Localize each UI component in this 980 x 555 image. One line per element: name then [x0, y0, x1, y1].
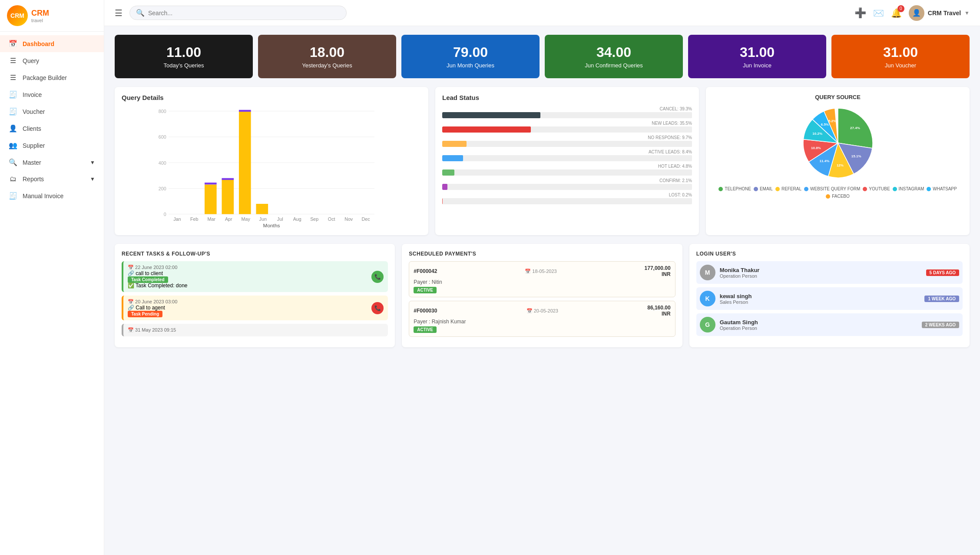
svg-rect-21 — [256, 204, 268, 214]
logo: CRM CRM travel — [0, 0, 104, 32]
time-badge: 5 DAYS AGO — [926, 269, 959, 276]
charts-row: Query Details 0200400600800JanFebMarAprM… — [115, 87, 970, 235]
task-item: 📅 20 June 2023 03:00 🔗 Call to agent Tas… — [122, 296, 388, 320]
lead-bar-fill — [442, 141, 467, 147]
user-info[interactable]: 👤 CRM Travel ▼ — [909, 5, 970, 21]
task-date: 📅 31 May 2023 09:15 — [128, 327, 176, 333]
svg-text:Months: Months — [263, 223, 280, 228]
payment-amount: 177,000.00INR — [645, 265, 671, 277]
sidebar-label-master: Master — [23, 159, 41, 166]
lead-bar-label: NO RESPONSE: 9.7% — [442, 135, 692, 140]
active-badge: ACTIVE — [414, 287, 437, 293]
login-user-item: K kewal singh Sales Person 1 WEEK AGO — [696, 287, 963, 310]
bar-chart: 0200400600800JanFebMarAprMayJunJulAugSep… — [122, 106, 421, 228]
svg-text:10.8%: 10.8% — [811, 146, 821, 150]
stat-label-1: Yesterday's Queries — [302, 62, 352, 69]
clients-icon: 👤 — [9, 124, 17, 133]
legend-label: YOUTUBE — [869, 186, 890, 191]
sidebar-item-master[interactable]: 🔍 Master ▼ — [0, 154, 104, 171]
task-row: 📅 22 June 2023 02:00 🔗 call to client Ta… — [128, 265, 384, 289]
phone-icon[interactable]: 📞 — [371, 302, 384, 314]
mail-icon[interactable]: ✉️ — [873, 8, 884, 18]
legend-item: WHATSAPP — [927, 186, 957, 191]
legend-dot — [804, 187, 808, 191]
lead-bar-label: NEW LEADS: 35.5% — [442, 121, 692, 126]
logo-icon: CRM — [7, 5, 28, 26]
payment-date-icon: 📅 18-05-2023 — [525, 269, 556, 274]
legend-label: INSTAGRAM — [899, 186, 924, 191]
login-user-name: Monika Thakur — [720, 267, 922, 273]
time-badge: 2 WEEKS AGO — [922, 322, 959, 328]
svg-text:Nov: Nov — [344, 216, 353, 222]
lead-bar-item: NO RESPONSE: 9.7% — [442, 135, 692, 147]
lead-bar-track — [442, 184, 692, 190]
sidebar-item-clients[interactable]: 👤 Clients — [0, 120, 104, 137]
legend-dot — [863, 187, 867, 191]
lead-bar-item: NEW LEADS: 35.5% — [442, 121, 692, 133]
svg-text:Dec: Dec — [362, 216, 371, 222]
legend-dot — [775, 187, 780, 191]
payment-payer: Payer : Rajnish Kumar — [414, 319, 670, 325]
task-action: 🔗 Call to agent — [128, 305, 177, 311]
lead-bar-item: HOT LEAD: 4.8% — [442, 164, 692, 176]
pie-chart-svg: 27.4%15.1%12%11.4%10.8%10.2%6.5%5.2% — [799, 104, 877, 182]
payment-payer: Payer : Nitin — [414, 279, 670, 285]
task-item: 📅 31 May 2023 09:15 — [122, 324, 388, 336]
stat-label-4: Jun Invoice — [743, 62, 771, 69]
sidebar-label-clients: Clients — [23, 125, 41, 132]
search-bar[interactable]: 🔍 — [129, 6, 347, 20]
svg-text:15.1%: 15.1% — [851, 154, 861, 158]
task-detail: ✅ Task Completed: done — [128, 282, 188, 289]
phone-icon[interactable]: 📞 — [371, 271, 384, 283]
sidebar-item-package-builder[interactable]: ☰ Package Builder — [0, 69, 104, 86]
sidebar-item-reports[interactable]: 🗂 Reports ▼ — [0, 171, 104, 187]
lead-bar-fill — [442, 184, 447, 190]
logo-text: CRM travel — [31, 9, 49, 23]
legend-label: WEBSITE QUERY FORM — [810, 186, 860, 191]
stat-value-1: 18.00 — [310, 44, 344, 60]
sidebar-item-supplier[interactable]: 👥 Supplier — [0, 137, 104, 154]
sidebar-label-reports: Reports — [23, 176, 44, 183]
sidebar-label-manual-invoice: Manual Invoice — [23, 193, 63, 199]
query-source-title: QUERY SOURCE — [713, 94, 963, 100]
sidebar-item-dashboard[interactable]: 📅 Dashboard — [0, 35, 104, 52]
svg-text:6.5%: 6.5% — [821, 123, 828, 126]
lead-bar-item: CONFIRM: 2.1% — [442, 178, 692, 190]
search-input[interactable] — [148, 10, 340, 17]
sidebar-item-manual-invoice[interactable]: 🧾 Manual Invoice — [0, 187, 104, 204]
stat-card-0: 11.00 Today's Queries — [115, 35, 253, 78]
sidebar-item-invoice[interactable]: 🧾 Invoice — [0, 86, 104, 103]
payments-list: #F000042 📅 18-05-2023 177,000.00INR Paye… — [409, 261, 675, 337]
stat-card-2: 79.00 Jun Month Queries — [401, 35, 540, 78]
legend-item: YOUTUBE — [863, 186, 890, 191]
legend-label: TELEPHONE — [725, 186, 751, 191]
sidebar-item-voucher[interactable]: 🧾 Voucher — [0, 103, 104, 120]
svg-text:Apr: Apr — [225, 216, 232, 222]
hamburger-icon[interactable]: ☰ — [115, 8, 122, 18]
tasks-title: RECENT TASKS & FOLLOW-UP'S — [122, 251, 388, 257]
legend-dot — [927, 187, 931, 191]
query-details-card: Query Details 0200400600800JanFebMarAprM… — [115, 87, 428, 235]
legend-item: REFERAL — [775, 186, 801, 191]
task-action: 🔗 call to client — [128, 270, 188, 276]
svg-text:Jul: Jul — [277, 216, 283, 222]
svg-text:11.4%: 11.4% — [819, 159, 829, 163]
stat-value-5: 31.00 — [883, 44, 918, 60]
login-user-role: Sales Person — [720, 299, 920, 305]
svg-text:0: 0 — [164, 212, 166, 217]
svg-text:10.2%: 10.2% — [812, 132, 822, 136]
header: ☰ 🔍 ➕ ✉️ 🔔 0 👤 CRM Travel ▼ — [104, 0, 980, 26]
stat-label-2: Jun Month Queries — [447, 62, 494, 69]
task-row: 📅 20 June 2023 03:00 🔗 Call to agent Tas… — [128, 299, 384, 317]
login-user-role: Operation Person — [720, 273, 922, 279]
lead-status-title: Lead Status — [442, 94, 692, 101]
chevron-down-icon: ▼ — [964, 10, 970, 16]
svg-rect-16 — [222, 178, 234, 180]
svg-rect-12 — [205, 185, 217, 214]
login-users-list: M Monika Thakur Operation Person 5 DAYS … — [696, 261, 963, 336]
sidebar-item-query[interactable]: ☰ Query — [0, 52, 104, 69]
task-badge: Task Pending — [128, 311, 162, 317]
sidebar-label-invoice: Invoice — [23, 91, 42, 98]
add-icon[interactable]: ➕ — [854, 7, 866, 19]
notification-icon[interactable]: 🔔 0 — [891, 8, 902, 18]
